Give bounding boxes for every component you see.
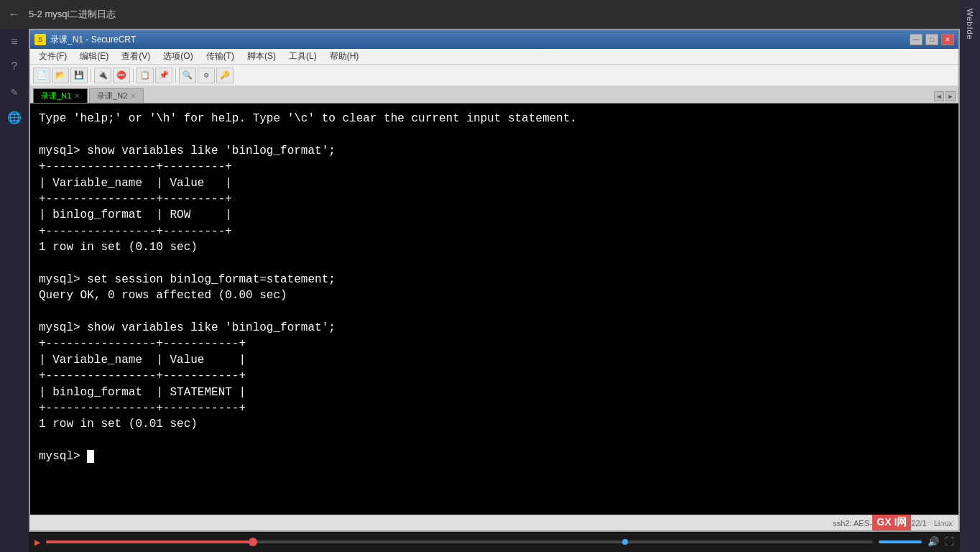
tabs: 录课_N1 ✕ 录课_N2 ✕ xyxy=(33,88,144,103)
securecrt-title: 录课_N1 - SecureCRT xyxy=(50,34,136,46)
toolbar-key[interactable]: 🔑 xyxy=(216,68,234,83)
page-title: 5-2 mysql二进制日志 xyxy=(29,8,116,21)
tab-n2[interactable]: 录课_N2 ✕ xyxy=(89,88,144,103)
toolbar-sep2 xyxy=(133,68,134,83)
tab-navigation: ◀ ▶ xyxy=(934,91,956,103)
terminal[interactable]: Type 'help;' or '\h' for help. Type '\c'… xyxy=(30,104,958,515)
progress-bar[interactable] xyxy=(46,540,873,543)
main-content: S 录课_N1 - SecureCRT — □ ✕ 文件(F) 编辑(E) 查看… xyxy=(29,29,960,552)
tab-prev[interactable]: ◀ xyxy=(934,91,944,101)
close-button[interactable]: ✕ xyxy=(941,34,954,45)
video-controls[interactable]: ▶ 🔊 ⛶ xyxy=(29,532,960,552)
securecrt-window: S 录课_N1 - SecureCRT — □ ✕ 文件(F) 编辑(E) 查看… xyxy=(29,29,960,532)
menu-file[interactable]: 文件(F) xyxy=(33,49,73,64)
terminal-cursor xyxy=(87,450,94,463)
menu-view[interactable]: 查看(V) xyxy=(116,49,156,64)
back-button[interactable]: ← xyxy=(9,8,20,21)
maximize-button[interactable]: □ xyxy=(925,34,938,45)
menu-tools[interactable]: 工具(L) xyxy=(283,49,323,64)
help-icon[interactable]: ? xyxy=(11,60,18,73)
menu-edit[interactable]: 编辑(E) xyxy=(74,49,114,64)
toolbar-open[interactable]: 📂 xyxy=(52,68,69,83)
volume-bar[interactable] xyxy=(879,540,922,543)
window-controls[interactable]: — □ ✕ xyxy=(910,34,954,45)
menu-help[interactable]: 帮助(H) xyxy=(324,49,365,64)
globe-icon[interactable]: 🌐 xyxy=(7,111,22,125)
watermark-box: GX I网 xyxy=(872,515,911,530)
tab-bar: 录课_N1 ✕ 录课_N2 ✕ ◀ ▶ xyxy=(30,86,958,104)
menu-icon[interactable]: ≡ xyxy=(11,36,18,49)
tab-n2-label: 录课_N2 xyxy=(97,91,127,101)
left-sidebar: ≡ ? ✎ 🌐 xyxy=(0,29,29,552)
watermark: GX I网 system.com xyxy=(872,515,955,530)
toolbar-connect[interactable]: 🔌 xyxy=(94,68,111,83)
toolbar-copy[interactable]: 📋 xyxy=(137,68,154,83)
tab-n1-close[interactable]: ✕ xyxy=(74,92,80,100)
toolbar-find[interactable]: 🔍 xyxy=(179,68,196,83)
toolbar-sep3 xyxy=(175,68,176,83)
progress-fill xyxy=(46,540,253,543)
title-bar: ← 5-2 mysql二进制日志 xyxy=(0,0,980,29)
tab-n1-label: 录课_N1 xyxy=(41,91,71,101)
securecrt-titlebar: S 录课_N1 - SecureCRT — □ ✕ xyxy=(30,30,958,49)
fullscreen-icon[interactable]: ⛶ xyxy=(945,537,954,548)
toolbar-paste[interactable]: 📌 xyxy=(155,68,172,83)
watermark-text: system.com xyxy=(912,518,955,527)
toolbar-new[interactable]: 📄 xyxy=(33,68,50,83)
menu-script[interactable]: 脚本(S) xyxy=(241,49,282,64)
menu-bar: 文件(F) 编辑(E) 查看(V) 选项(O) 传输(T) 脚本(S) 工具(L… xyxy=(30,49,958,65)
tab-n2-close[interactable]: ✕ xyxy=(130,92,136,100)
toolbar: 📄 📂 💾 🔌 ⛔ 📋 📌 🔍 ⚙ 🔑 xyxy=(30,65,958,86)
tab-next[interactable]: ▶ xyxy=(946,91,956,101)
edit-icon[interactable]: ✎ xyxy=(11,85,18,99)
status-bar: ssh2: AES-256-CTR 22/1 Linux xyxy=(30,515,958,530)
progress-dot2 xyxy=(622,539,628,545)
toolbar-save[interactable]: 💾 xyxy=(70,68,88,83)
toolbar-settings[interactable]: ⚙ xyxy=(198,68,215,83)
webide-label: WebIde xyxy=(966,9,974,40)
progress-dot xyxy=(249,538,257,546)
play-icon[interactable]: ▶ xyxy=(34,536,40,548)
volume-icon[interactable]: 🔊 xyxy=(928,536,939,548)
tab-n1[interactable]: 录课_N1 ✕ xyxy=(33,88,88,103)
menu-transfer[interactable]: 传输(T) xyxy=(200,49,240,64)
right-sidebar: WebIde xyxy=(960,0,980,552)
terminal-output: Type 'help;' or '\h' for help. Type '\c'… xyxy=(39,111,950,465)
minimize-button[interactable]: — xyxy=(910,34,923,45)
securecrt-icon: S xyxy=(34,34,46,45)
menu-options[interactable]: 选项(O) xyxy=(157,49,198,64)
toolbar-sep1 xyxy=(91,68,91,83)
toolbar-disconnect[interactable]: ⛔ xyxy=(113,68,130,83)
